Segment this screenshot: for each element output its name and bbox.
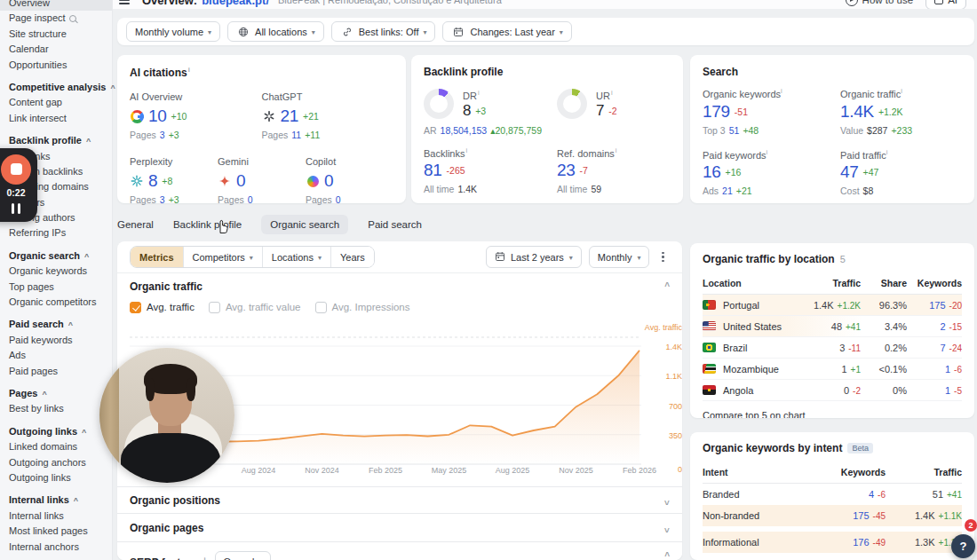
segment-label: Metrics [139,252,174,263]
intent-table-header: IntentKeywordsTraffic [703,461,962,484]
sidebar-item-content-gap[interactable]: Content gap [0,95,112,110]
sidebar-item-linked-domains[interactable]: Linked domains [0,439,112,454]
tab-organic-search[interactable]: Organic search [261,215,348,234]
sidebar-item-referring-ips[interactable]: Referring IPs [0,225,112,241]
sidebar-item-internal-links[interactable]: Internal links [0,509,112,524]
info-icon: i [188,66,190,74]
segment-locations[interactable]: Locations▾ [263,247,331,267]
sidebar-item-paid-pages[interactable]: Paid pages [0,364,112,379]
filter-best-links-off[interactable]: Best links: Off▾ [331,21,436,42]
compare-top5-button[interactable]: Compare top 5 on chart [690,401,974,418]
sidebar-item-label: Ads [9,348,26,363]
stop-recording-button[interactable] [1,154,31,185]
location-row-portugal[interactable]: Portugal1.4K+1.2K96.3%175-20 [703,295,962,316]
chevron-down-icon: ▾ [318,254,322,262]
segment-metrics[interactable]: Metrics [131,247,184,267]
ai-icon [934,0,943,4]
checkbox-icon [315,302,327,313]
filter-all-locations[interactable]: All locations▾ [227,21,324,42]
x-axis-label: Nov 2025 [556,466,597,475]
chevron-down-icon: ▾ [250,254,253,262]
sidebar-section-competitive-analysis[interactable]: Competitive analysis^ [0,80,112,95]
chevron-down-icon[interactable]: ^ [664,496,670,506]
keywords-cell: 175-20 [907,300,962,311]
ref-domains-value: 23 [557,161,576,180]
sidebar-item-best-by-links[interactable]: Best by links [0,401,112,416]
intent-row-branded[interactable]: Branded4-651+41 [703,484,962,505]
collapse-icon[interactable]: ^ [664,281,670,291]
traffic-cell: 0-2 [791,385,861,396]
granularity-button[interactable]: Monthly ▾ [589,246,650,268]
sidebar-item-label: Link intersect [9,111,67,126]
sidebar-section-organic-search[interactable]: Organic search^ [0,248,112,264]
sidebar-item-organic-keywords[interactable]: Organic keywords [0,264,112,279]
sidebar-item-site-structure[interactable]: Site structure [0,27,112,42]
owned-dropdown[interactable]: Owned▾ [215,551,272,560]
help-button[interactable]: ? [951,534,975,558]
sidebar-item-overview[interactable]: Overview [0,0,112,11]
location-name: Brazil [703,343,791,353]
pause-recording-button[interactable] [9,201,24,217]
traffic-delta: -2 [853,386,861,396]
collapse-icon[interactable]: ^ [664,551,670,560]
sidebar-section-pages[interactable]: Pages^ [0,386,112,401]
sidebar-section-internal-links[interactable]: Internal links^ [0,493,112,508]
section-organic-positions[interactable]: Organic positions^ [117,486,682,514]
notification-badge: 2 [965,519,977,532]
sidebar-item-top-pages[interactable]: Top pages [0,280,112,295]
chevron-down-icon[interactable]: ^ [664,524,670,533]
how-to-use-button[interactable]: How to use [846,0,914,6]
sidebar-item-paid-keywords[interactable]: Paid keywords [0,333,112,348]
checkbox-avg-traffic[interactable]: Avg. traffic [130,302,195,313]
domain-link[interactable]: bluepeak.pt/ [202,0,269,7]
location-row-brazil[interactable]: Brazil3-110.2%7-24 [703,337,962,359]
ar-line: AR 18,504,153 ▴20,875,759 [424,125,671,136]
x-axis-label: Feb 2025 [365,466,406,475]
location-row-mozambique[interactable]: Mozambique1+1<0.1%1-6 [703,359,962,380]
sidebar-item-label: Overview [9,0,50,11]
segment-years[interactable]: Years [331,247,374,267]
metric-subline: Value$287+233 [840,125,962,136]
x-axis-label: Nov 2024 [302,466,343,475]
filter-monthly-volume[interactable]: Monthly volume▾ [126,21,220,42]
sidebar-item-internal-anchors[interactable]: Internal anchors [0,540,112,555]
sidebar-item-most-linked-pages[interactable]: Most linked pages [0,524,112,539]
traffic-value: 0 [844,385,849,396]
metric-sub-token: Cost [840,185,860,196]
webcam-overlay [99,348,234,483]
date-range-button[interactable]: Last 2 years ▾ [486,246,582,268]
tab-paid-search[interactable]: Paid search [368,215,422,234]
ref-domains-metric: Ref. domainsi 23-7 All time59 [557,146,616,195]
location-row-angola[interactable]: Angola0-20%1-5 [703,380,962,401]
tab-general[interactable]: General [117,215,154,234]
x-axis-label: May 2025 [429,466,470,475]
filter-changes-last-year[interactable]: Changes: Last year▾ [442,21,571,42]
section-organic-pages[interactable]: Organic pages^ [117,513,682,542]
sidebar-item-outgoing-links[interactable]: Outgoing links [0,470,112,485]
sidebar-item-page-inspect[interactable]: Page inspect [0,11,112,26]
ur-donut-icon [557,89,587,119]
intent-row-non-branded[interactable]: Non-branded175-451.4K+1.1K [703,505,962,526]
sidebar-section-outgoing-links[interactable]: Outgoing links^ [0,424,112,439]
checkbox-avg-impressions[interactable]: Avg. Impressions [315,302,410,313]
hamburger-icon[interactable] [119,0,130,4]
metric-value-row: 47+47 [840,162,962,182]
sidebar-item-link-intersect[interactable]: Link intersect [0,111,112,126]
sidebar-section-paid-search[interactable]: Paid search^ [0,317,112,332]
sidebar-item-outgoing-anchors[interactable]: Outgoing anchors [0,455,112,470]
segment-competitors[interactable]: Competitors▾ [184,247,263,267]
sidebar-section-backlink-profile[interactable]: Backlink profile^ [0,133,112,148]
location-row-united-states[interactable]: United States48+413.4%2-15 [703,316,962,337]
sidebar-item-calendar[interactable]: Calendar [0,42,112,57]
sidebar-item-ads[interactable]: Ads [0,348,112,363]
metric-sub-token: +3 [169,130,179,140]
location-name: Mozambique [703,364,791,375]
kebab-menu-icon[interactable] [656,248,670,266]
checkbox-avg-traffic-value[interactable]: Avg. traffic value [209,302,301,313]
intent-row-informational[interactable]: Informational176-491.3K+1.1K [703,532,962,553]
ai-button[interactable]: AI [925,0,966,9]
sidebar-item-organic-competitors[interactable]: Organic competitors [0,295,112,310]
share-cell: 96.3% [861,300,907,311]
sidebar-item-opportunities[interactable]: Opportunities [0,58,112,73]
tab-backlink-profile[interactable]: Backlink profile [173,215,242,234]
